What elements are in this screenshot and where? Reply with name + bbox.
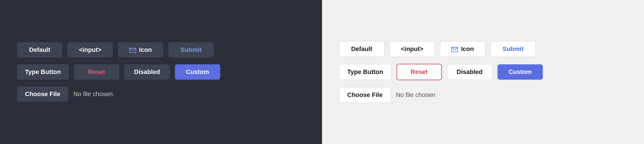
light-default-button[interactable]: Default xyxy=(339,41,384,57)
light-icon-button[interactable]: Icon xyxy=(440,41,485,57)
dark-custom-button[interactable]: Custom xyxy=(175,64,220,80)
light-no-file-label: No file chosen xyxy=(396,91,435,99)
light-submit-button[interactable]: Submit xyxy=(490,41,536,57)
envelope-icon-light xyxy=(451,46,458,52)
dark-no-file-label: No file chosen xyxy=(73,90,113,98)
light-typebutton-button[interactable]: Type Button xyxy=(339,64,391,80)
light-input-button[interactable]: <input> xyxy=(389,41,435,57)
dark-input-button[interactable]: <input> xyxy=(67,42,113,58)
envelope-icon-dark xyxy=(129,47,136,52)
dark-panel: Default <input> Icon Submit Type Button … xyxy=(0,0,322,144)
light-row-1: Default <input> Icon Submit xyxy=(339,41,627,57)
dark-icon-button[interactable]: Icon xyxy=(118,42,163,58)
light-row-2: Type Button Reset Disabled Custom xyxy=(339,64,627,80)
dark-disabled-button[interactable]: Disabled xyxy=(124,64,170,80)
light-panel: Default <input> Icon Submit Type Button … xyxy=(322,0,644,144)
dark-reset-button[interactable]: Reset xyxy=(74,64,119,80)
dark-row-2: Type Button Reset Disabled Custom xyxy=(17,64,305,80)
light-file-row: Choose File No file chosen xyxy=(339,87,627,103)
light-reset-button[interactable]: Reset xyxy=(397,64,442,80)
dark-choose-file-button[interactable]: Choose File xyxy=(17,86,68,102)
light-custom-button[interactable]: Custom xyxy=(497,64,543,80)
dark-icon-button-label: Icon xyxy=(139,46,152,54)
dark-submit-button[interactable]: Submit xyxy=(168,42,214,58)
dark-file-row: Choose File No file chosen xyxy=(17,86,305,102)
dark-row-1: Default <input> Icon Submit xyxy=(17,42,305,58)
light-disabled-button[interactable]: Disabled xyxy=(447,64,492,80)
dark-typebutton-button[interactable]: Type Button xyxy=(17,64,69,80)
light-choose-file-button[interactable]: Choose File xyxy=(339,87,391,103)
light-icon-button-label: Icon xyxy=(461,45,474,53)
dark-default-button[interactable]: Default xyxy=(17,42,62,58)
